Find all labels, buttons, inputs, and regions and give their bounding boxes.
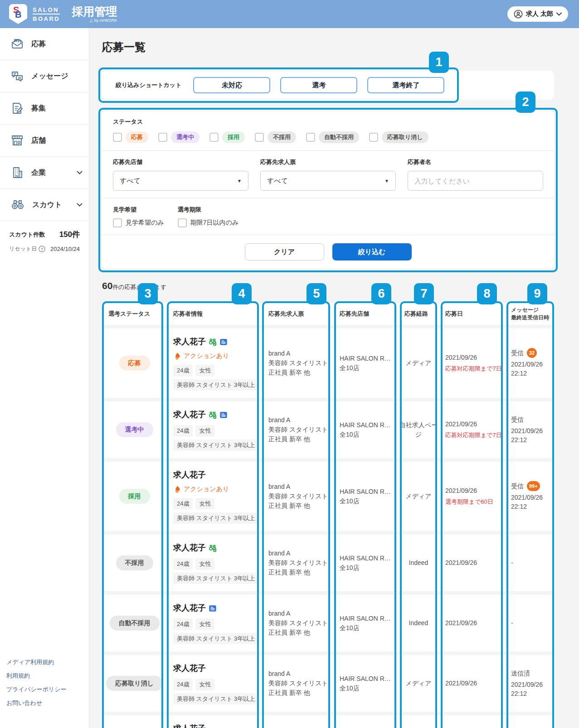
date-cell: 2021/09/26応募対応期限まで7日 [439,419,505,440]
checkbox-icon[interactable] [178,218,187,227]
table-header-row: 選考ステータス応募者情報応募先求人票応募先店舗応募経路応募日メッセージ最終送受信… [102,303,554,325]
checkbox-icon[interactable] [113,218,122,227]
applicant-tag: 24歳 [173,425,193,437]
status-pill: 自動不採用 [319,131,359,143]
posting-select[interactable]: すべて ▼ [260,171,396,191]
apply-date: 2021/09/26 [445,486,505,496]
applicant-tag: 女性 [195,425,214,437]
sidebar-item-tenpo[interactable]: 店舗 [0,125,89,157]
help-icon[interactable]: ? [39,246,45,252]
applicant-tag: 24歳 [173,498,193,510]
sidebar-item-boshu[interactable]: 募集 [0,92,89,125]
sidebar-item-scout[interactable]: スカウト [0,189,89,221]
status-option-checkbox[interactable]: 自動不採用 [306,131,359,143]
status-badge: 不採用 [116,555,153,570]
sidebar-item-message[interactable]: メッセージ [0,60,89,92]
applicant-name-label: 応募者名 [408,158,543,166]
sidebar-item-label: 応募 [31,39,46,49]
table-row[interactable]: 自動不採用求人花子24歳女性美容師 スタイリスト 3年以上brand A美容師 … [102,595,554,651]
footer-link[interactable]: お問い合わせ [6,699,66,707]
caret-down-icon: ▼ [384,178,389,183]
table-row[interactable]: 不採用求人花子24歳女性美容師 スタイリスト 3年以上brand A美容師 スタ… [102,535,554,591]
clear-button[interactable]: クリア [245,243,324,260]
status-badge: 自動不採用 [110,616,160,631]
caret-down-icon: ▼ [237,178,242,183]
applicant-name-input[interactable] [414,171,536,190]
shortcut-button[interactable]: 選考 [280,77,357,93]
checkbox-icon[interactable] [158,133,167,142]
status-cell: 選考中 [102,422,167,437]
applicant-name: 求人花子 [173,602,206,614]
apply-filter-button[interactable]: 絞り込む [332,243,412,260]
route-cell: メディア [398,492,439,501]
checkbox-icon[interactable] [255,133,264,142]
applicant-tag: 美容師 スタイリスト 3年以上 [173,693,258,705]
apply-date: 2021/09/26 [445,419,505,429]
status-badge: 応募 [119,356,150,371]
message-status: - [511,618,513,628]
column-header: 応募経路 [398,310,439,318]
apply-date: 2021/09/26 [445,679,505,688]
status-option-checkbox[interactable]: 選考中 [158,131,199,143]
chevron-down-icon [77,203,83,207]
store-cell: HAIR SALON R…全10店 [333,614,398,633]
action-label: アクションあり [184,484,229,494]
status-option-checkbox[interactable]: 応募 [113,131,148,143]
status-pill: 選考中 [171,131,199,143]
status-option-checkbox[interactable]: 不採用 [255,131,296,143]
table-row[interactable]: 応募求人花子24歳女性美容師 スタイリスト 3年以上brand A美容師 スタイ… [102,715,554,728]
binoculars-icon [209,338,217,346]
posting-cell: brand A美容師 スタイリスト正社員 新卒 他 [262,349,333,377]
posting-cell: brand A美容師 スタイリスト正社員 新卒 他 [262,609,333,637]
applicant-cell: 求人花子24歳女性美容師 スタイリスト 3年以上 [167,662,262,704]
footer-link[interactable]: プライバシーポリシー [6,685,66,694]
checkbox-icon[interactable] [306,133,315,142]
scout-info-panel: スカウト件数 150件 リセット日 ? 2024/10/24 [0,221,89,253]
sidebar-item-kigyou[interactable]: 企業 [0,157,89,189]
results-count: 60件の応募があります [102,280,554,291]
footer-link[interactable]: 利用規約 [6,672,66,680]
shortcut-button[interactable]: 選考終了 [367,77,444,93]
scout-count-label: スカウト件数 [9,231,45,239]
status-cell: 応募取り消し [102,676,167,691]
visit-only-checkbox[interactable]: 見学希望のみ [113,218,164,227]
deadline-7days-checkbox[interactable]: 期限7日以内のみ [178,218,238,227]
status-option-checkbox[interactable]: 応募取り消し [369,131,428,143]
applicant-tag: 24歳 [173,679,193,690]
sidebar: 応募メッセージ募集店舗企業スカウト スカウト件数 150件 リセット日 ? 20… [0,28,89,728]
store-select[interactable]: すべて ▼ [113,171,248,191]
table-row[interactable]: 選考中求人花子24歳女性美容師 スタイリスト 3年以上brand A美容師 スタ… [102,401,554,458]
checkbox-icon[interactable] [113,133,122,142]
apply-date: 2021/09/26 [445,353,505,362]
shortcut-button[interactable]: 未対応 [193,77,270,93]
column-header: メッセージ最終送受信日時 [505,306,554,322]
applicant-tag: 美容師 スタイリスト 3年以上 [173,439,258,451]
status-cell: 採用 [102,489,167,504]
column-header: 応募日 [439,310,505,318]
applicant-tag: 女性 [195,618,214,630]
user-name: 求人 太郎 [526,10,553,18]
sidebar-item-label: 募集 [31,104,46,113]
user-menu-button[interactable]: 求人 太郎 [507,6,568,22]
applicant-tag: 女性 [195,498,214,510]
message-datetime: 2021/09/2622:12 [511,360,554,378]
logo-salon-text: SALON [33,7,60,14]
table-row[interactable]: 応募求人花子アクションあり24歳女性美容師 スタイリスト 3年以上brand A… [102,328,554,398]
posting-cell: brand A美容師 スタイリスト正社員 新卒 他 [262,415,333,444]
message-cell: - [505,558,554,568]
applicant-cell: 求人花子24歳女性美容師 スタイリスト 3年以上 [167,723,262,728]
table-row[interactable]: 採用求人花子アクションあり24歳女性美容師 スタイリスト 3年以上brand A… [102,462,554,531]
status-cell: 不採用 [102,555,167,570]
footer-link[interactable]: メディア利用規約 [6,658,66,666]
sidebar-item-oubo[interactable]: 応募 [0,28,89,60]
route-cell: メディア [398,679,439,688]
applicant-cell: 求人花子アクションあり24歳女性美容師 スタイリスト 3年以上 [167,469,262,524]
checkbox-icon[interactable] [209,133,219,142]
checkbox-icon[interactable] [369,133,378,142]
table-row[interactable]: 応募取り消し求人花子24歳女性美容師 スタイリスト 3年以上brand A美容師… [102,655,554,712]
applicant-tag: 女性 [195,679,214,690]
resume-icon [219,411,228,419]
store-cell: HAIR SALON R…全10店 [333,487,398,506]
status-option-checkbox[interactable]: 採用 [209,131,245,143]
app-title: 採用管理 [72,6,117,17]
